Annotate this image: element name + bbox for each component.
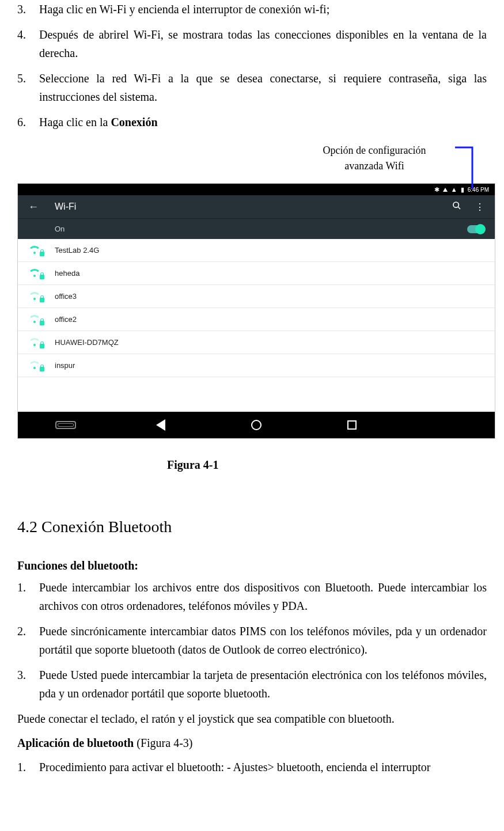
list-item: 5. Seleccione la red Wi-Fi a la que se d… xyxy=(17,69,487,106)
back-icon[interactable]: ← xyxy=(28,201,40,213)
wifi-signal-icon xyxy=(28,361,41,370)
list-item: 3. Puede Usted puede intercambiar la tar… xyxy=(17,666,487,703)
android-nav-bar xyxy=(18,412,495,438)
list-item: 4. Después de abrirel Wi-Fi, se mostrara… xyxy=(17,25,487,62)
wifi-signal-icon xyxy=(28,315,41,324)
blank-space xyxy=(18,377,495,412)
step-text: Puede sincrónicamente intercambiar datos… xyxy=(39,622,487,659)
step-number: 2. xyxy=(17,622,39,659)
wifi-network-list: TestLab 2.4G heheda office3 xyxy=(18,239,495,377)
step-text: Después de abrirel Wi-Fi, se mostrara to… xyxy=(39,25,487,62)
wifi-toggle-row: On xyxy=(18,218,495,239)
bluetooth-procedure-list: 1. Procedimiento para activar el bluetoo… xyxy=(17,758,487,776)
wifi-network-row[interactable]: heheda xyxy=(18,262,495,285)
figure-caption: Figura 4-1 xyxy=(167,458,218,472)
bluetooth-icon: ✱ xyxy=(434,186,439,193)
wifi-settings-header: ← Wi-Fi ⋮ xyxy=(18,195,495,218)
bluetooth-functions-heading: Funciones del bluetooth: xyxy=(17,559,487,572)
android-screenshot: ✱ ▲ ▮ 6:46 PM ← Wi-Fi ⋮ On xyxy=(17,183,495,439)
wifi-network-row[interactable]: office2 xyxy=(18,308,495,331)
svg-line-1 xyxy=(458,207,460,209)
bluetooth-app-heading: Aplicación de bluetooth (Figura 4-3) xyxy=(17,734,487,752)
wifi-network-name: HUAWEI-DD7MQZ xyxy=(55,338,119,347)
wifi-signal-icon xyxy=(28,246,41,255)
nav-back-icon[interactable] xyxy=(156,419,165,431)
header-title: Wi-Fi xyxy=(55,202,76,212)
search-icon[interactable] xyxy=(452,201,461,213)
wifi-network-row[interactable]: TestLab 2.4G xyxy=(18,239,495,262)
wifi-network-row[interactable]: inspur xyxy=(18,354,495,377)
step-text: Haga clic en la Conexión xyxy=(39,113,487,131)
callout-text: Opción de configuración avanzada Wifi xyxy=(305,143,444,174)
bluetooth-app-rest: (Figura 4-3) xyxy=(134,737,192,749)
step-number: 5. xyxy=(17,69,39,106)
bluetooth-app-bold: Aplicación de bluetooth xyxy=(17,737,134,749)
wifi-signal-icon xyxy=(28,292,41,301)
list-item: 1. Procedimiento para activar el bluetoo… xyxy=(17,758,487,776)
wifi-signal-icon xyxy=(28,269,41,278)
callout-line-2: avanzada Wifi xyxy=(344,160,404,172)
step-number: 4. xyxy=(17,25,39,62)
wifi-network-name: heheda xyxy=(55,269,79,278)
step-text: Puede Usted puede intercambiar la tarjet… xyxy=(39,666,487,703)
callout-arrow xyxy=(455,146,478,189)
svg-point-0 xyxy=(453,202,458,207)
list-item: 2. Puede sincrónicamente intercambiar da… xyxy=(17,622,487,659)
wifi-network-name: inspur xyxy=(55,361,75,370)
wifi-toggle[interactable] xyxy=(467,225,484,233)
signal-empty-icon xyxy=(443,188,448,192)
wifi-network-name: office2 xyxy=(55,315,77,324)
step-number: 6. xyxy=(17,113,39,131)
step-text-prefix: Haga clic en la xyxy=(39,116,111,128)
section-heading: 4.2 Conexión Bluetooth xyxy=(17,518,487,536)
wifi-on-label: On xyxy=(55,225,65,233)
recent-apps-pill-icon[interactable] xyxy=(55,421,76,429)
list-item: 3. Haga clic en Wi-Fi y encienda el inte… xyxy=(17,0,487,18)
wifi-network-name: TestLab 2.4G xyxy=(55,246,99,255)
callout: Opción de configuración avanzada Wifi xyxy=(17,143,487,183)
step-text-bold: Conexión xyxy=(111,116,157,128)
overflow-menu-icon[interactable]: ⋮ xyxy=(475,202,484,213)
step-number: 1. xyxy=(17,758,39,776)
bluetooth-functions-list: 1. Puede intercambiar los archivos entre… xyxy=(17,578,487,703)
wifi-network-name: office3 xyxy=(55,292,77,301)
nav-recents-icon[interactable] xyxy=(347,420,357,430)
nav-home-icon[interactable] xyxy=(251,420,262,430)
wifi-signal-icon xyxy=(28,338,41,347)
step-text: Puede intercambiar los archivos entre do… xyxy=(39,578,487,615)
step-text: Haga clic en Wi-Fi y encienda el interru… xyxy=(39,0,487,18)
list-item: 6. Haga clic en la Conexión xyxy=(17,113,487,131)
callout-line-1: Opción de configuración xyxy=(323,145,426,156)
status-bar: ✱ ▲ ▮ 6:46 PM xyxy=(18,184,495,195)
list-item: 1. Puede intercambiar los archivos entre… xyxy=(17,578,487,615)
wifi-steps-list: 3. Haga clic en Wi-Fi y encienda el inte… xyxy=(17,0,487,131)
bluetooth-tail-text: Puede conectar el teclado, el ratón y el… xyxy=(17,709,487,728)
step-number: 3. xyxy=(17,0,39,18)
step-text: Seleccione la red Wi-Fi a la que se dese… xyxy=(39,69,487,106)
step-text: Procedimiento para activar el bluetooth:… xyxy=(39,758,487,776)
wifi-network-row[interactable]: HUAWEI-DD7MQZ xyxy=(18,331,495,354)
step-number: 1. xyxy=(17,578,39,615)
wifi-network-row[interactable]: office3 xyxy=(18,285,495,308)
step-number: 3. xyxy=(17,666,39,703)
